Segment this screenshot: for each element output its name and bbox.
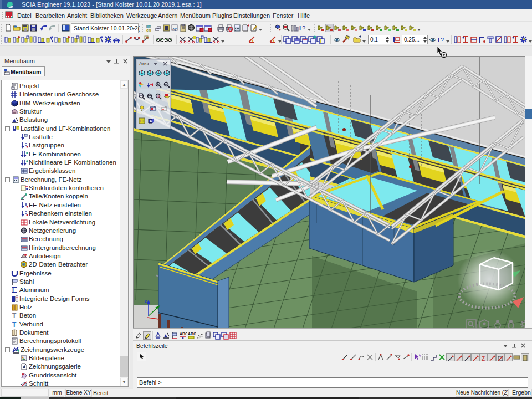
svg-text:I: I bbox=[299, 25, 301, 32]
svg-text:xy: xy bbox=[172, 26, 177, 31]
svg-text:R: R bbox=[157, 94, 160, 98]
svg-text:?: ? bbox=[302, 25, 305, 32]
svg-text:y: y bbox=[158, 303, 160, 308]
svg-text:ABC: ABC bbox=[180, 332, 187, 336]
svg-text:C: C bbox=[140, 119, 144, 124]
svg-text:T: T bbox=[12, 321, 17, 328]
svg-text:ABC: ABC bbox=[188, 332, 196, 336]
svg-text:T: T bbox=[12, 312, 17, 319]
svg-text:z: z bbox=[145, 299, 147, 304]
svg-text:?: ? bbox=[441, 37, 444, 43]
svg-text:I: I bbox=[438, 37, 439, 43]
svg-text:cm: cm bbox=[146, 28, 151, 32]
svg-text:Z: Z bbox=[482, 356, 485, 361]
